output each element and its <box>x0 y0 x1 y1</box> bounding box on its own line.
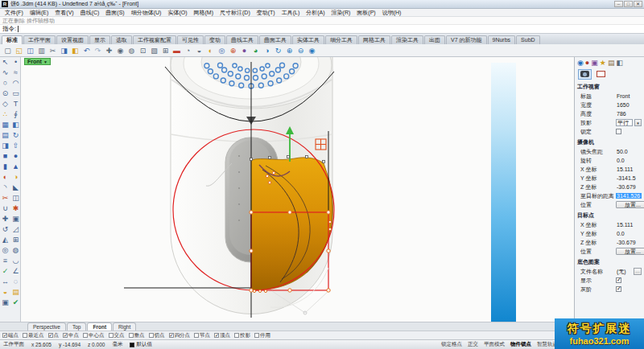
cylinder-icon[interactable]: ▮ <box>0 162 10 172</box>
circle-icon[interactable]: ○ <box>0 78 10 88</box>
fillet-icon[interactable]: ◝ <box>0 183 10 193</box>
angle-icon[interactable]: ∠ <box>10 266 21 277</box>
osnap-toggle[interactable]: 中点 <box>63 332 79 339</box>
cut-icon[interactable]: ✂ <box>47 45 58 56</box>
checkbox[interactable] <box>83 333 88 338</box>
checkbox[interactable] <box>109 333 114 338</box>
property-row[interactable]: Y 坐标 0.0 <box>575 229 644 238</box>
analyze-direction-icon[interactable]: ✓ <box>0 266 10 277</box>
redo-icon[interactable]: ↷ <box>93 45 103 56</box>
layers-tab-icon[interactable]: ● <box>585 59 589 67</box>
status-toggle[interactable]: 正交 <box>468 341 478 348</box>
osnap-toggle[interactable]: 最近点 <box>23 332 44 339</box>
curve-icon[interactable]: ≈ <box>10 68 21 78</box>
hide-curve-icon[interactable]: ▬ <box>171 45 182 56</box>
checkbox[interactable] <box>63 333 68 338</box>
property-row[interactable]: 投影 平行 <box>575 118 644 127</box>
checkbox[interactable] <box>616 286 621 292</box>
point-icon[interactable]: • <box>10 57 21 68</box>
sweep-icon[interactable]: ◨ <box>0 141 10 151</box>
toolbar-tab[interactable]: 实体工具 <box>292 35 324 44</box>
array-icon[interactable]: ⊞ <box>10 235 21 245</box>
hide-object-icon[interactable]: ◌ <box>10 277 21 287</box>
property-row[interactable]: 位置 放置... <box>575 247 644 256</box>
checkbox[interactable] <box>48 333 53 338</box>
rotate-view-icon[interactable]: ↻ <box>273 45 283 56</box>
status-toggle[interactable]: 锁定格点 <box>441 341 462 348</box>
toolbar-tab[interactable]: 变动 <box>204 35 225 44</box>
osnap-toggle[interactable]: 切点 <box>149 332 165 339</box>
toolbar-tab[interactable]: 设置视图 <box>56 35 89 44</box>
close-button[interactable]: ✕ <box>634 1 642 7</box>
scale-icon[interactable]: ◿ <box>10 224 21 235</box>
explode-icon[interactable]: ✱ <box>10 203 21 214</box>
menu-item[interactable]: 变动(T) <box>254 9 279 17</box>
osnap-toggle[interactable]: 四分点 <box>169 332 191 339</box>
checkbox[interactable] <box>149 333 154 338</box>
menu-item[interactable]: 查看(V) <box>52 9 76 17</box>
edge-surface-icon[interactable]: ◧ <box>10 120 21 130</box>
toolbar-tab[interactable]: 网格工具 <box>358 35 390 44</box>
property-row[interactable]: 显示 <box>575 276 644 285</box>
property-row[interactable]: 旋转 0.0 <box>575 156 644 165</box>
copy-icon[interactable]: ◨ <box>59 45 69 56</box>
layer-chip[interactable]: 默认值 <box>130 341 152 348</box>
rotate-icon[interactable]: ↺ <box>0 224 10 235</box>
viewport-tab[interactable]: Front <box>87 322 112 331</box>
zoom-in-icon[interactable]: ⊕ <box>284 45 295 56</box>
print-icon[interactable]: ▥ <box>36 45 47 56</box>
orient-icon[interactable]: ◎ <box>0 245 10 256</box>
rectangle-icon[interactable]: ▭ <box>10 88 21 99</box>
history-icon[interactable]: ● <box>239 45 250 56</box>
zoom-out-icon[interactable]: ⊖ <box>295 45 306 56</box>
menu-item[interactable]: 曲线(C) <box>77 9 103 17</box>
wallpaper-properties-button[interactable] <box>594 69 608 80</box>
menu-item[interactable]: 说明(H) <box>379 9 405 17</box>
menu-item[interactable]: 尺寸标注(D) <box>217 9 254 17</box>
undo-icon[interactable]: ↶ <box>81 45 92 56</box>
check-icon[interactable]: ✔ <box>10 298 21 308</box>
osnap-toggle[interactable]: 交点 <box>109 332 125 339</box>
property-row[interactable]: 灰阶 <box>575 285 644 294</box>
join-icon[interactable]: ∪ <box>0 203 10 214</box>
property-row[interactable]: X 坐标 15.111 <box>575 165 644 174</box>
checkbox[interactable] <box>169 333 174 338</box>
toolbar-tab[interactable]: 曲线工具 <box>226 35 258 44</box>
osnap-toggle[interactable]: 顶点 <box>214 332 230 339</box>
zoom-extents-icon[interactable]: ⊡ <box>138 45 148 56</box>
chamfer-icon[interactable]: ◣ <box>10 183 21 193</box>
property-row[interactable]: 宽度 1650 <box>575 101 644 109</box>
revolve-icon[interactable]: ↻ <box>10 130 21 141</box>
checkbox[interactable] <box>234 333 239 338</box>
help-icon[interactable]: ◉ <box>307 45 317 56</box>
move-icon[interactable]: ✚ <box>0 214 10 224</box>
chevron-down-icon[interactable] <box>634 119 642 126</box>
text-icon[interactable]: T <box>10 99 21 109</box>
render-icon[interactable]: ◕ <box>250 45 261 56</box>
menu-item[interactable]: 曲面(S) <box>102 9 127 17</box>
checkbox[interactable] <box>254 333 259 338</box>
minimize-button[interactable]: – <box>614 1 623 7</box>
polygon-icon[interactable]: ◇ <box>0 99 10 109</box>
menu-item[interactable]: 细分物体(U) <box>128 9 165 17</box>
osnap-toggle[interactable]: 端点 <box>2 332 19 339</box>
helix-icon[interactable]: ∮ <box>10 109 21 120</box>
shaded-view-icon[interactable]: ◑ <box>262 45 272 56</box>
help-tab-icon[interactable]: ★ <box>600 59 606 67</box>
loft-icon[interactable]: ▤ <box>0 130 10 141</box>
viewport-title[interactable]: Front ▼ <box>24 58 51 65</box>
property-row[interactable]: 位置 放置... <box>575 200 644 209</box>
copy-object-icon[interactable]: ▣ <box>10 214 21 224</box>
properties-tab-icon[interactable]: ◉ <box>577 59 584 67</box>
gumball-toggle-icon[interactable]: ⊕ <box>228 45 238 56</box>
pan-icon[interactable]: ✚ <box>104 45 114 56</box>
osnap-toggle[interactable]: 中心点 <box>83 332 105 339</box>
property-row[interactable]: Z 坐标 -30.679 <box>575 238 644 247</box>
cplane-button[interactable]: 工作平面 <box>3 341 24 348</box>
box-icon[interactable]: ■ <box>0 151 10 162</box>
viewport-tab[interactable]: Top <box>67 322 86 331</box>
new-file-icon[interactable]: ▢ <box>2 45 13 56</box>
checkbox[interactable] <box>129 333 134 338</box>
property-row[interactable]: Z 坐标 -30.679 <box>575 183 644 191</box>
selection-filter-icon[interactable]: ⊞ <box>160 45 171 56</box>
